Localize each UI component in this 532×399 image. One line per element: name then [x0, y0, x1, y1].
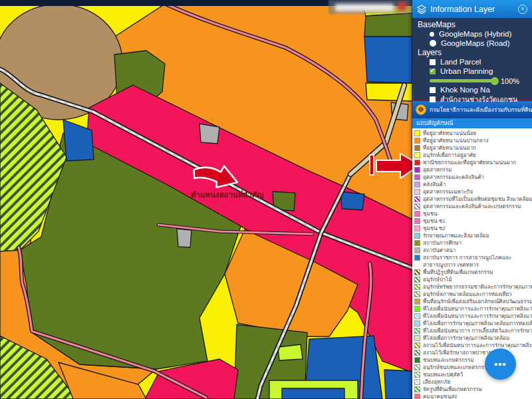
legend-item: รักษาคุณภาพและสิ่งแวดล้อม — [414, 232, 532, 239]
legend-swatch — [414, 196, 420, 202]
legend-label: สถาบันราชการ การสาธารณูปโภคและสาธารณูปกา… — [423, 254, 532, 269]
map-canvas[interactable]: ตำแหน่งสถานที่สำคัญ — [0, 0, 412, 399]
legend-swatch — [414, 306, 420, 312]
checkbox-khok-nong-na[interactable]: Khok Nong Na — [418, 86, 527, 95]
legend-item: ที่โล่งเพื่อนันทนาการ การเลี้ยงสัตว์และก… — [414, 327, 532, 334]
radio-googlemaps-hybrid[interactable]: GoogleMaps (Hybrid) — [418, 30, 527, 39]
legend-item: อนุรักษ์เพื่อการอยู่อาศัย — [414, 152, 532, 159]
basemaps-section-label: BaseMaps — [418, 20, 527, 30]
checkbox-icon[interactable] — [430, 87, 436, 93]
legend-swatch — [414, 291, 420, 297]
legend-item: จัดรูปที่ดินเพื่อเกษตรกรรม — [414, 386, 532, 393]
legend-item: สถาบันราชการ การสาธารณูปโภคและสาธารณูปกา… — [414, 254, 532, 269]
urban-planning-map[interactable]: ตำแหน่งสถานที่สำคัญ — [0, 0, 412, 399]
legend-label: อุตสาหกรรม — [423, 166, 452, 174]
legend-item: ชุมชน — [414, 210, 532, 217]
legend-item: ที่อยู่อาศัยหนาแน่นมาก — [414, 144, 532, 152]
legend-swatch — [414, 328, 420, 334]
legend-label: ที่โล่งเพื่อนันทนาการ การเลี้ยงสัตว์และก… — [423, 327, 532, 334]
radio-selected-icon[interactable] — [430, 32, 434, 37]
legend-swatch — [414, 233, 420, 239]
legend-label: ที่อยู่อาศัยหนาแน่นมาก — [423, 144, 476, 152]
legend-swatch — [414, 299, 420, 305]
slider-thumb[interactable] — [491, 77, 499, 85]
legend-label: สงวนไว้เพื่อนันทนาการและการรักษาคุณภาพสิ… — [423, 342, 532, 349]
legend-item: พาณิชยกรรมและที่อยู่อาศัยหนาแน่นมาก — [414, 159, 532, 166]
legend-item: ที่โล่งเพื่อนันทนาการและการรักษาคุณภาพสิ… — [414, 305, 532, 313]
checkbox-land-parcel[interactable]: Land Parcel — [418, 58, 527, 67]
checkbox-urban-planning[interactable]: Urban Planning — [418, 67, 527, 76]
legend-label: ที่อยู่อาศัยหนาแน่นปานกลาง — [423, 137, 488, 144]
legend-item: ที่โล่งเพื่อการรักษาคุณภาพสิ่งแวดล้อมการ… — [414, 320, 532, 327]
legend-item: ที่อยู่อาศัยหนาแน่นน้อย — [414, 130, 532, 137]
legend-swatch — [414, 357, 420, 363]
layers-icon — [417, 5, 426, 14]
legend-item: สงวนไว้เพื่อนันทนาการและการรักษาคุณภาพสิ… — [414, 342, 532, 349]
checkbox-icon[interactable] — [430, 96, 436, 102]
banner-text: กรมโยธาธิการและผังเมืองร่วมกับกรมที่ดิน — [430, 105, 532, 114]
legend-item: อุตสาหกรรมและคลังสินค้าและเกษตรกรรม — [414, 203, 532, 210]
legend-swatch — [414, 218, 420, 224]
legend-item: สถาบันการศึกษา — [414, 239, 532, 247]
legend-swatch — [414, 313, 420, 319]
garuda-seal-icon — [416, 104, 426, 115]
map-important-place-label: ตำแหน่งสถานที่สำคัญ — [191, 189, 263, 200]
opacity-slider[interactable] — [430, 79, 497, 82]
more-actions-fab[interactable]: ••• — [485, 348, 516, 380]
legend-swatch — [414, 364, 420, 370]
legend-item: คลังสินค้า — [414, 181, 532, 188]
legend-label: อนุรักษ์เพื่อการอยู่อาศัย — [423, 152, 476, 159]
legend-swatch — [414, 277, 420, 283]
legend-label: จัดรูปที่ดินเพื่อเกษตรกรรม — [423, 386, 482, 393]
legend-label: ชนบทและเกษตรกรรม — [423, 356, 474, 364]
legend-label: ที่อยู่อาศัยหนาแน่นน้อย — [423, 130, 476, 137]
legend-swatch — [414, 350, 420, 356]
legend-label: ชุมชน — [423, 210, 438, 217]
legend-label: สถาบันศาสนา — [423, 247, 456, 254]
blurred-browser-controls — [329, 0, 412, 14]
legend-label: ชุมชน ช2 — [423, 225, 446, 232]
legend-label: ที่โล่งเพื่อนันทนาการและการรักษาคุณภาพสิ… — [423, 305, 532, 313]
legend-item: ที่โล่งเพื่อนันทนาการและการรักษาคุณภาพสิ… — [414, 313, 532, 320]
legend-label: อนุรักษ์ป่าไม้ — [423, 276, 452, 283]
legend-swatch — [414, 182, 420, 188]
panel-body: BaseMaps GoogleMaps (Hybrid) GoogleMaps … — [412, 18, 532, 101]
legend-label: ชนบทและปศุสัตว์ — [423, 371, 463, 378]
legend-swatch — [414, 379, 420, 385]
legend-label: ที่โล่งเพื่อการรักษาคุณภาพสิ่งแวดล้อมการ… — [423, 320, 532, 327]
legend-item: ที่โล่งเพื่อการรักษาคุณภาพสิ่งแวดล้อม — [414, 334, 532, 342]
radio-unselected-icon[interactable] — [430, 40, 436, 47]
legend-swatch — [414, 284, 420, 290]
opacity-slider-row: 100% — [418, 76, 527, 86]
radio-googlemaps-road[interactable]: GoogleMaps (Road) — [418, 39, 527, 49]
legend-item: อุตสาหกรรม — [414, 166, 532, 174]
legend-swatch — [414, 342, 420, 348]
legend-item: เสี่ยงอุทกภัย — [414, 378, 532, 386]
legend-label: พื้นที่ปฏิรูปที่ดินเพื่อเกษตรกรรม — [423, 269, 493, 276]
legend-label: พาณิชยกรรมและที่อยู่อาศัยหนาแน่นมาก — [423, 159, 516, 166]
legend-label: รักษาคุณภาพและสิ่งแวดล้อม — [423, 232, 489, 239]
legend-item: ชุมชน ช1 — [414, 217, 532, 225]
legend-label: อนุรักษ์สภาพแวดล้อมและการท่องเที่ยว — [423, 291, 512, 298]
legend-label: อนุรักษ์ทรัพยากรธรรมชาติและการรักษาคุณภา… — [423, 283, 532, 291]
legend-swatch — [414, 203, 420, 209]
legend-item: ชนบทและปศุสัตว์ — [414, 371, 532, 378]
legend-swatch — [414, 160, 420, 166]
close-icon[interactable]: × — [518, 5, 527, 14]
legend-item: พื้นที่อนุรักษ์เพื่อส่งเสริมเอกลักษณ์ศิล… — [414, 298, 532, 305]
legend-swatch — [414, 225, 420, 231]
legend-item: สงวนไว้เพื่อรักษาสภาพป่าชายเลน — [414, 349, 532, 356]
checkbox-icon[interactable] — [430, 59, 436, 65]
legend-swatch — [414, 386, 420, 392]
information-layer-panel: Information Layer × BaseMaps GoogleMaps … — [412, 0, 532, 399]
legend-label: อุตสาหกรรมที่ไม่เป็นมลพิษต่อชุมชน สิ่งแว… — [423, 196, 532, 203]
checkbox-checked-icon[interactable] — [430, 68, 436, 74]
legend-label: คมนาคมขนส่ง — [423, 393, 457, 399]
panel-title: Information Layer — [430, 5, 514, 14]
legend-swatch — [414, 130, 420, 136]
layers-section-label: Layers — [418, 48, 527, 58]
legend-swatch — [414, 240, 420, 246]
legend-item: อุตสาหกรรมและคลังสินค้า — [414, 174, 532, 181]
legend-label: อุตสาหกรรมเฉพาะกิจ — [423, 188, 473, 196]
legend-item: อนุรักษ์ทรัพยากรธรรมชาติและการรักษาคุณภา… — [414, 283, 532, 291]
